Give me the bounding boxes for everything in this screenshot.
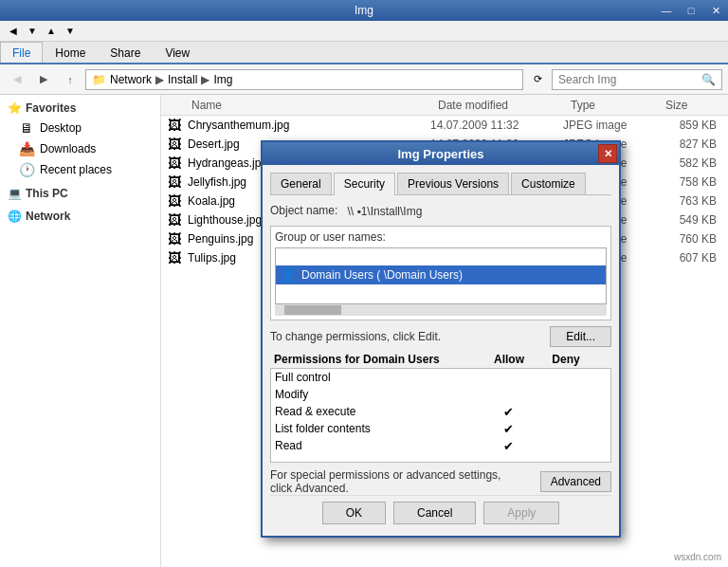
close-button[interactable]: ✕: [703, 0, 728, 21]
col-deny: Deny: [537, 353, 594, 366]
file-icon: 🖼: [165, 118, 184, 133]
path-img[interactable]: Img: [213, 73, 232, 86]
favorites-label: Favorites: [26, 101, 76, 115]
change-permissions-row: To change permissions, click Edit. Edit.…: [270, 326, 611, 347]
path-folder-icon: 📁: [92, 73, 106, 86]
search-input[interactable]: [558, 73, 698, 86]
file-size: 827 KB: [658, 137, 724, 151]
perm-row: Read ✔: [271, 437, 610, 454]
file-type: JPEG image: [563, 119, 658, 132]
column-headers: Name Date modified Type Size: [161, 95, 728, 116]
tab-view[interactable]: View: [153, 42, 202, 63]
sidebar-header-network[interactable]: 🌐 Network: [0, 207, 160, 226]
path-install[interactable]: Install: [168, 73, 197, 86]
minimize-button[interactable]: —: [654, 0, 679, 21]
file-icon: 🖼: [165, 137, 184, 152]
perm-allow: ✔: [480, 422, 537, 436]
object-name-label: Object name:: [270, 204, 337, 217]
user-icon: 👤: [280, 267, 296, 283]
perm-allow: ✔: [480, 405, 537, 419]
sidebar-item-recent[interactable]: 🕐 Recent places: [0, 159, 160, 180]
file-icon: 🖼: [165, 174, 184, 190]
qa-back-btn[interactable]: ◀: [4, 23, 23, 40]
dialog-tab-security[interactable]: Security: [334, 173, 395, 195]
col-size[interactable]: Size: [658, 99, 724, 112]
dialog-footer: OK Cancel Apply: [270, 495, 611, 528]
title-bar: Img — □ ✕: [0, 0, 728, 21]
up-button[interactable]: ↑: [59, 68, 82, 91]
col-date[interactable]: Date modified: [430, 99, 563, 112]
file-size: 582 KB: [658, 156, 724, 170]
watermark: wsxdn.com: [671, 551, 724, 563]
sidebar-section-favorites: ⭐ Favorites 🖥 Desktop 📥 Downloads 🕐 Rece…: [0, 99, 160, 180]
permissions-section: Permissions for Domain Users Allow Deny …: [270, 353, 611, 463]
tab-file[interactable]: File: [0, 42, 43, 63]
tab-share[interactable]: Share: [98, 42, 153, 63]
search-box[interactable]: 🔍: [552, 69, 722, 90]
sidebar-item-desktop-label: Desktop: [40, 121, 82, 135]
dialog-tab-general[interactable]: General: [270, 173, 332, 194]
pc-icon: 💻: [8, 187, 22, 200]
change-perms-text: To change permissions, click Edit.: [270, 330, 441, 343]
perm-name: Modify: [275, 388, 480, 401]
sidebar-item-downloads[interactable]: 📥 Downloads: [0, 138, 160, 159]
refresh-button[interactable]: ⟳: [527, 69, 548, 90]
user-row-empty: [276, 248, 606, 265]
advanced-button[interactable]: Advanced: [540, 471, 611, 492]
path-network[interactable]: Network: [110, 73, 152, 86]
forward-button[interactable]: ▶: [32, 68, 55, 91]
file-icon: 🖼: [165, 250, 184, 265]
sidebar-item-desktop[interactable]: 🖥 Desktop: [0, 118, 160, 138]
file-icon: 🖼: [165, 231, 184, 247]
col-name[interactable]: Name: [184, 99, 430, 112]
back-button[interactable]: ◀: [6, 68, 28, 91]
ribbon: File Home Share View: [0, 42, 728, 64]
edit-button[interactable]: Edit...: [550, 326, 611, 347]
ok-button[interactable]: OK: [322, 502, 386, 524]
dialog-tab-customize[interactable]: Customize: [511, 173, 586, 194]
sidebar-header-pc[interactable]: 💻 This PC: [0, 184, 160, 203]
qa-dropdown-btn[interactable]: ▼: [23, 23, 42, 40]
file-name: Chrysanthemum.jpg: [184, 119, 430, 132]
tab-home[interactable]: Home: [43, 42, 98, 63]
perm-row: Full control: [271, 369, 610, 386]
cancel-button[interactable]: Cancel: [393, 502, 476, 524]
maximize-button[interactable]: □: [679, 0, 703, 21]
sidebar-header-favorites[interactable]: ⭐ Favorites: [0, 99, 160, 118]
perms-list: Full control Modify Read & execute ✔ Lis…: [270, 368, 611, 463]
qa-up-btn[interactable]: ▲: [42, 23, 61, 40]
sidebar-item-downloads-label: Downloads: [40, 142, 96, 155]
sidebar: ⭐ Favorites 🖥 Desktop 📥 Downloads 🕐 Rece…: [0, 95, 161, 567]
dialog-title-bar: Img Properties ✕: [263, 142, 619, 165]
perm-row: Modify: [271, 386, 610, 403]
scrollbar-thumb[interactable]: [284, 305, 341, 315]
sidebar-section-pc: 💻 This PC: [0, 184, 160, 203]
desktop-icon: 🖥: [19, 120, 34, 136]
col-type[interactable]: Type: [563, 99, 658, 112]
horizontal-scrollbar[interactable]: [275, 304, 607, 316]
favorites-icon: ⭐: [8, 101, 22, 115]
qa-more-btn[interactable]: ▼: [61, 23, 80, 40]
advanced-row: For special permissions or advanced sett…: [270, 468, 611, 495]
address-path[interactable]: 📁 Network ▶ Install ▶ Img: [85, 69, 523, 90]
group-user-box: Group or user names: 👤 Domain Users ( \D…: [270, 226, 611, 320]
special-perms-text: For special permissions or advanced sett…: [270, 468, 540, 495]
sidebar-section-network: 🌐 Network: [0, 207, 160, 226]
sidebar-item-recent-label: Recent places: [40, 163, 112, 176]
file-size: 758 KB: [658, 175, 724, 189]
file-size: 760 KB: [658, 232, 724, 246]
user-row-domain[interactable]: 👤 Domain Users ( \Domain Users): [276, 265, 606, 284]
file-size: 763 KB: [658, 194, 724, 208]
dialog-tab-prev-versions[interactable]: Previous Versions: [397, 173, 509, 194]
perm-name: Read & execute: [275, 405, 480, 418]
file-size: 607 KB: [658, 251, 724, 265]
file-size: 859 KB: [658, 119, 724, 132]
group-box-title: Group or user names:: [275, 230, 607, 244]
file-icon: 🖼: [165, 193, 184, 209]
search-icon: 🔍: [701, 73, 716, 86]
file-row[interactable]: 🖼 Chrysanthemum.jpg 14.07.2009 11:32 JPE…: [161, 116, 728, 135]
dialog-close-button[interactable]: ✕: [598, 144, 617, 163]
apply-button[interactable]: Apply: [483, 502, 559, 524]
window-controls: — □ ✕: [654, 0, 728, 21]
dialog-title: Img Properties: [397, 147, 483, 161]
